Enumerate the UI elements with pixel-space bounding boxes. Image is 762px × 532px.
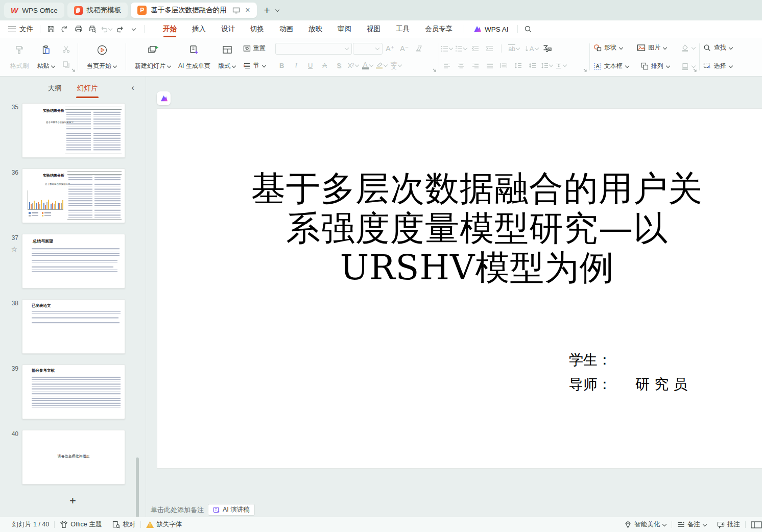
slide-thumbnail-39[interactable]: 39 部分参考文献 — [0, 365, 146, 419]
tab-wps-home[interactable]: W WPS Office — [4, 3, 64, 18]
distribute-text-icon[interactable] — [497, 59, 511, 71]
normal-view-button[interactable] — [746, 521, 762, 529]
add-slide-button[interactable]: + — [0, 494, 146, 507]
cut-icon[interactable] — [59, 43, 73, 56]
slide-thumbnail-40[interactable]: 40 请各位老师批评指正 — [0, 430, 146, 485]
new-slide-button[interactable]: 新建幻灯片 — [131, 41, 175, 73]
textbox-button[interactable]: A文本框 — [591, 61, 632, 71]
menu-animation[interactable]: 动画 — [272, 20, 301, 38]
file-menu-button[interactable]: 文件 — [6, 25, 36, 34]
line-spacing-button[interactable] — [540, 59, 554, 71]
tab-list-chevron-icon[interactable] — [275, 8, 279, 12]
menu-review[interactable]: 审阅 — [330, 20, 359, 38]
decrease-para-spacing-icon[interactable] — [526, 59, 539, 71]
menu-slideshow[interactable]: 放映 — [301, 20, 330, 38]
text-shadow-button[interactable]: S — [332, 59, 346, 71]
shapes-button[interactable]: 形状 — [591, 42, 626, 53]
dialog-launcher-icon[interactable] — [72, 68, 76, 72]
reset-button[interactable]: 重置 — [241, 43, 269, 54]
thumbnail-scrollbar[interactable] — [136, 457, 139, 518]
slide-thumbnail-35[interactable]: 35 实验结果分析 基于豆瓣平台实验结果展示 — [0, 103, 146, 158]
new-tab-button[interactable]: + — [260, 4, 274, 16]
slide-thumbnail-36[interactable]: 36 实验结果分析 基于数据融合的实验结果 — [0, 168, 146, 223]
search-icon[interactable] — [521, 22, 535, 36]
menu-view[interactable]: 视图 — [359, 20, 388, 38]
find-button[interactable]: 查找 — [701, 42, 735, 53]
vertical-align-button[interactable] — [555, 59, 568, 71]
notes-placeholder[interactable]: 单击此处添加备注 — [151, 505, 204, 515]
wps-ai-floating-button[interactable] — [157, 91, 171, 105]
bold-button[interactable]: B — [275, 59, 289, 71]
dialog-launcher-icon[interactable] — [433, 68, 437, 72]
char-border-button[interactable]: ab — [506, 42, 522, 55]
tab-slides[interactable]: 幻灯片 — [76, 82, 99, 95]
slide-thumbnail-37[interactable]: 37☆ 总结与展望 — [0, 234, 146, 288]
undo-button[interactable] — [99, 22, 113, 36]
play-from-current-button[interactable]: 当页开始 — [83, 41, 121, 73]
align-right-icon[interactable] — [469, 59, 482, 71]
align-center-icon[interactable] — [455, 59, 468, 71]
menu-tools[interactable]: 工具 — [388, 20, 417, 38]
slide-credits-textbox[interactable]: 学生： 导师：研究员 — [569, 348, 692, 397]
arrange-button[interactable]: 排列 — [638, 61, 673, 71]
export-icon[interactable] — [58, 22, 72, 36]
phonetic-guide-button[interactable]: wén文 — [390, 59, 403, 71]
comments-button[interactable]: 批注 — [712, 520, 745, 529]
ai-speech-script-button[interactable]: AI 演讲稿 — [208, 504, 255, 516]
italic-button[interactable]: I — [290, 59, 303, 71]
increase-para-spacing-icon[interactable] — [512, 59, 525, 71]
clear-format-icon[interactable] — [412, 42, 425, 55]
strikethrough-button[interactable]: A — [318, 59, 331, 71]
notes-button[interactable]: 备注 — [672, 520, 712, 529]
shrink-font-button[interactable]: A⁻ — [398, 42, 411, 55]
format-painter-button[interactable]: 格式刷 — [6, 41, 33, 73]
align-left-icon[interactable] — [440, 59, 454, 71]
slide-thumbnail-38[interactable]: 38 已发表论文 — [0, 299, 146, 354]
menu-member[interactable]: 会员专享 — [417, 20, 460, 38]
missing-font-warning[interactable]: ! 缺失字体 — [141, 520, 187, 529]
grow-font-button[interactable]: A⁺ — [384, 42, 397, 55]
font-size-select[interactable] — [353, 43, 383, 55]
font-name-select[interactable] — [275, 43, 352, 55]
paste-button[interactable]: 粘贴 — [33, 41, 59, 73]
ai-generate-page-button[interactable]: AI 生成单页 — [175, 41, 214, 73]
menu-insert[interactable]: 插入 — [184, 20, 213, 38]
close-tab-icon[interactable]: × — [245, 6, 250, 15]
section-button[interactable]: 节 — [241, 60, 269, 71]
slide-title-textbox[interactable]: 基于多层次数据融合的用户关 系强度度量模型研究—以 URSHV模型为例 — [175, 169, 762, 288]
print-button[interactable] — [72, 22, 85, 36]
decrease-indent-icon[interactable] — [469, 42, 482, 55]
picture-button[interactable]: 图片 — [634, 42, 670, 53]
convert-smart-graphic-icon[interactable] — [541, 42, 554, 55]
underline-button[interactable]: U — [304, 59, 317, 71]
wps-ai-button[interactable]: WPS AI — [468, 25, 514, 33]
numbered-list-button[interactable] — [455, 42, 468, 55]
dialog-launcher-icon[interactable] — [693, 68, 697, 72]
select-button[interactable]: 选择 — [701, 61, 735, 71]
save-button[interactable] — [44, 22, 58, 36]
present-monitor-icon[interactable] — [232, 7, 240, 14]
menu-home[interactable]: 开始 — [155, 20, 184, 38]
dialog-launcher-icon[interactable] — [583, 68, 587, 72]
font-color-button[interactable]: A — [361, 59, 374, 71]
theme-button[interactable]: Office 主题 — [55, 520, 107, 529]
menu-transition[interactable]: 切换 — [243, 20, 272, 38]
bullet-list-button[interactable] — [440, 42, 454, 55]
shape-fill-button[interactable] — [679, 43, 698, 53]
quick-access-chevron-icon[interactable] — [127, 22, 140, 36]
collapse-panel-icon[interactable]: ‹ — [131, 83, 134, 93]
copy-icon[interactable] — [59, 58, 73, 70]
menu-design[interactable]: 设计 — [213, 20, 243, 38]
tab-docer-templates[interactable]: 找稻壳模板 — [67, 3, 128, 18]
layout-button[interactable]: 版式 — [214, 41, 241, 73]
tab-outline[interactable]: 大纲 — [47, 82, 63, 95]
print-preview-button[interactable] — [85, 22, 99, 36]
highlight-color-button[interactable] — [375, 59, 389, 71]
tab-current-presentation[interactable]: P 基于多层次数据融合的用户关 × — [131, 3, 256, 18]
redo-button[interactable] — [113, 22, 127, 36]
superscript-button[interactable]: X² — [347, 59, 360, 71]
smart-beautify-button[interactable]: 智能美化 — [619, 520, 672, 529]
text-direction-button[interactable]: A — [523, 42, 540, 55]
proofread-button[interactable]: 校对 — [107, 520, 140, 529]
align-justify-icon[interactable] — [483, 59, 496, 71]
